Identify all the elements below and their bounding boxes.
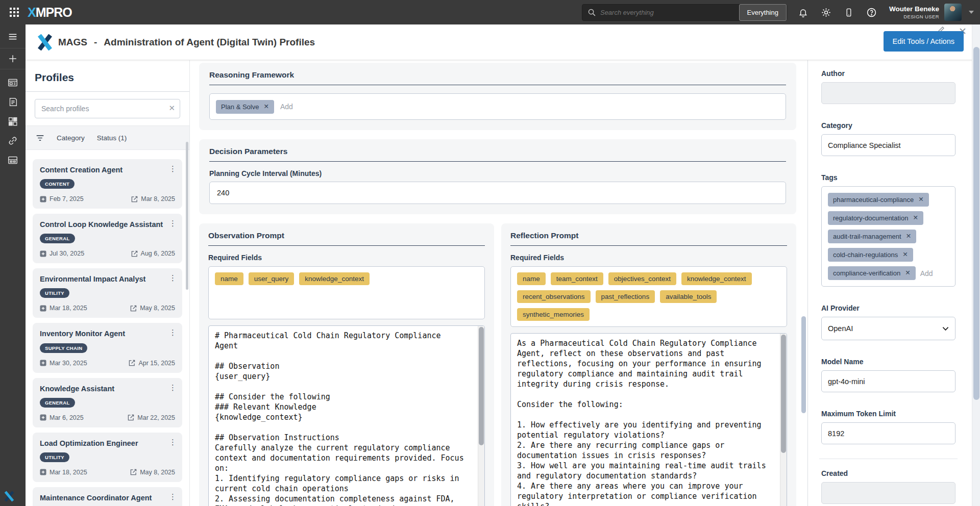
kebab-menu-icon[interactable]: ⋮: [169, 383, 177, 392]
max-token-field[interactable]: [821, 422, 955, 444]
kebab-menu-icon[interactable]: ⋮: [169, 164, 177, 173]
profile-card[interactable]: Maintenance Coordinator Agent ⋮: [33, 487, 182, 506]
profile-card[interactable]: Control Loop Knowledge Assistant ⋮ GENER…: [33, 214, 182, 263]
category-badge: GENERAL: [40, 234, 75, 243]
reasoning-framework-input[interactable]: Plan & Solve✕ Add: [209, 93, 786, 120]
category-badge: GENERAL: [40, 398, 75, 408]
planning-cycle-input[interactable]: [209, 182, 786, 204]
remove-tag-icon[interactable]: ✕: [902, 251, 908, 258]
ai-provider-select[interactable]: OpenAI: [821, 317, 955, 340]
left-rail: [0, 24, 26, 506]
profile-name: Inventory Monitor Agent: [40, 329, 175, 339]
author-label: Author: [821, 69, 955, 78]
created-date: Mar 18, 2025: [40, 469, 87, 476]
model-name-field[interactable]: [821, 370, 955, 392]
page-scrollbar-thumb[interactable]: [973, 47, 979, 400]
search-profiles-input[interactable]: [35, 99, 180, 118]
decision-parameters-section: Decision Parameters Planning Cycle Inter…: [199, 139, 796, 214]
page-scrollbar: [972, 24, 980, 506]
observation-prompt-editor[interactable]: # Pharmaceutical Cold Chain Regulatory C…: [208, 325, 485, 506]
filter-category[interactable]: Category: [57, 134, 85, 142]
data-grids-icon[interactable]: [0, 151, 26, 169]
profile-card[interactable]: Knowledge Assistant ⋮ GENERAL Mar 6, 202…: [33, 378, 182, 427]
section-heading: Decision Parameters: [209, 147, 786, 162]
modified-date: Apr 15, 2025: [129, 360, 175, 367]
kebab-menu-icon[interactable]: ⋮: [169, 492, 177, 501]
modified-date: May 8, 2025: [130, 305, 175, 312]
observation-prompt-text: # Pharmaceutical Cold Chain Regulatory C…: [209, 326, 484, 506]
required-field-tag: available_tools: [660, 290, 717, 303]
required-fields-label: Required Fields: [510, 254, 787, 262]
section-heading: Reflection Prompt: [510, 231, 787, 246]
mobile-icon[interactable]: [844, 7, 853, 18]
connections-icon[interactable]: [0, 132, 26, 150]
modified-icon: [130, 469, 137, 475]
forms-icon[interactable]: [0, 93, 26, 111]
filter-bar: Category Status (1): [26, 125, 189, 150]
profile-card[interactable]: Content Creation Agent ⋮ CONTENT Feb 7, …: [33, 159, 182, 209]
category-badge: UTILITY: [40, 452, 69, 462]
main-content: Reasoning Framework Plan & Solve✕ Add De…: [190, 60, 807, 506]
search-scope-button[interactable]: Everything: [739, 4, 787, 21]
app-grid-icon[interactable]: [9, 7, 19, 17]
main-scrollbar-thumb[interactable]: [801, 316, 806, 413]
menu-icon[interactable]: [0, 28, 26, 46]
edit-tools-actions-button[interactable]: Edit Tools / Actions: [884, 31, 964, 52]
user-avatar[interactable]: [944, 4, 962, 21]
kebab-menu-icon[interactable]: ⋮: [169, 438, 177, 447]
chevron-down-icon: [942, 326, 949, 331]
observation-prompt-section: Observation Prompt Required Fields name …: [199, 223, 494, 506]
profile-name: Maintenance Coordinator Agent: [40, 493, 175, 503]
global-search: Everything: [582, 4, 787, 21]
profiles-list: Content Creation Agent ⋮ CONTENT Feb 7, …: [26, 150, 189, 506]
filter-status[interactable]: Status (1): [97, 134, 127, 142]
required-field-tag: user_query: [249, 272, 295, 285]
mags-x-logo: [38, 34, 52, 50]
search-input[interactable]: [600, 9, 739, 16]
divider: [819, 459, 958, 459]
reflection-prompt-section: Reflection Prompt Required Fields name t…: [501, 223, 796, 506]
kebab-menu-icon[interactable]: ⋮: [169, 328, 177, 337]
created-date: Mar 30, 2025: [40, 360, 87, 367]
widgets-icon[interactable]: [0, 112, 26, 131]
required-field-tag: objectives_context: [608, 272, 676, 285]
profile-card[interactable]: Load Optimization Engineer ⋮ UTILITY Mar…: [33, 433, 182, 482]
modified-date: Aug 6, 2025: [131, 250, 175, 257]
scrollbar-thumb[interactable]: [781, 335, 786, 453]
modified-icon: [129, 360, 135, 366]
filter-icon[interactable]: [36, 134, 44, 142]
remove-tag-icon[interactable]: ✕: [905, 270, 910, 276]
scrollbar-thumb[interactable]: [479, 327, 484, 445]
profile-card[interactable]: Environmental Impact Analyst ⋮ UTILITY M…: [33, 268, 182, 318]
profiles-panel: Profiles ✕ Category Status (1) Content C…: [26, 60, 190, 506]
remove-tag-icon[interactable]: ✕: [913, 215, 918, 221]
add-placeholder: Add: [280, 103, 293, 111]
category-field[interactable]: [821, 134, 955, 156]
profile-card[interactable]: Inventory Monitor Agent ⋮ SUPPLY CHAIN M…: [33, 323, 182, 372]
required-field-tag: name: [517, 272, 546, 285]
remove-tag-icon[interactable]: ✕: [906, 233, 911, 240]
top-bar: XMPRO Everything Wouter Beneke DESIGN US…: [0, 0, 980, 24]
tag-chip: regulatory-documentation✕: [828, 211, 923, 225]
settings-icon[interactable]: [821, 7, 831, 18]
user-menu[interactable]: Wouter Beneke DESIGN USER: [889, 4, 974, 21]
section-heading: Reasoning Framework: [209, 70, 786, 85]
reflection-required-fields[interactable]: name team_context objectives_context kno…: [510, 266, 787, 327]
kebab-menu-icon[interactable]: ⋮: [169, 273, 177, 283]
tags-input[interactable]: pharmaceutical-compliance✕ regulatory-do…: [821, 186, 955, 287]
max-token-label: Maximum Token Limit: [821, 410, 955, 418]
app-header: MAGS - Administration of Agent (Digital …: [26, 24, 980, 60]
remove-tag-icon[interactable]: ✕: [918, 196, 923, 203]
help-icon[interactable]: [866, 7, 877, 18]
notifications-icon[interactable]: [798, 7, 808, 18]
remove-tag-icon[interactable]: ✕: [263, 104, 268, 110]
reflection-prompt-editor[interactable]: As a Pharmaceutical Cold Chain Regulator…: [510, 333, 787, 506]
chevron-down-icon[interactable]: [969, 11, 974, 14]
add-icon[interactable]: [0, 48, 26, 69]
clear-search-icon[interactable]: ✕: [168, 104, 175, 113]
kebab-menu-icon[interactable]: ⋮: [169, 219, 177, 228]
observation-required-fields[interactable]: name user_query knowledge_context: [208, 266, 485, 319]
created-icon: [40, 414, 46, 421]
profiles-scrollbar[interactable]: [186, 142, 188, 290]
boards-icon[interactable]: [0, 73, 26, 92]
